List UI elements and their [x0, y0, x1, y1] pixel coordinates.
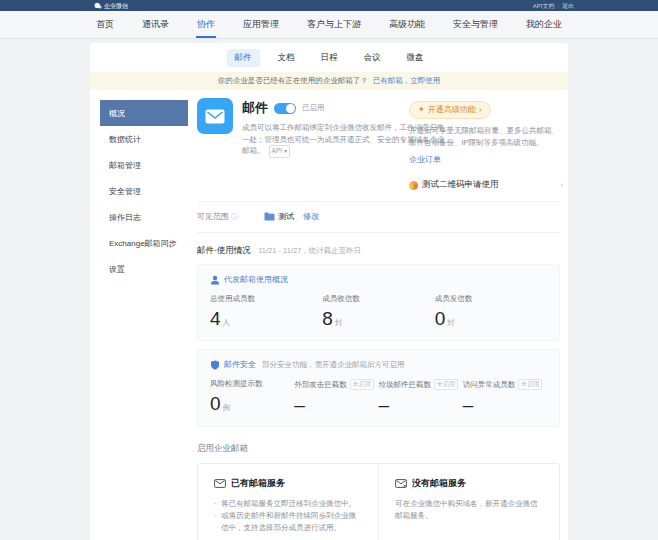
- topbar-links: API文档 退出: [533, 3, 574, 9]
- stat-label: 外部攻击拦截数未启用: [294, 379, 378, 390]
- tab-mail[interactable]: 邮件: [227, 49, 260, 67]
- no-mailbox-description: 可在企业微信中购买域名，新开通企业微信邮箱服务。: [395, 498, 543, 522]
- nav-item-my-company[interactable]: 我的企业: [525, 11, 563, 38]
- premium-description: 开通后可享受无限邮箱容量、更多公共邮箱、邮件自动备份、IP限制等多项高级功能。: [409, 125, 563, 148]
- stat-mails-received: 成员收信数 8封: [322, 294, 434, 330]
- stat-value: –: [463, 394, 547, 416]
- sidebar-item-security-mgmt[interactable]: 安全管理: [100, 178, 188, 204]
- tab-meeting[interactable]: 会议: [356, 49, 389, 67]
- stat-label: 风险检测提示数: [210, 379, 294, 389]
- enterprise-order-link[interactable]: 企业订单: [409, 154, 441, 165]
- stat-value: 0例: [210, 393, 294, 415]
- tab-drive[interactable]: 微盘: [399, 49, 432, 67]
- stat-risk-alerts: 风险检测提示数 0例: [210, 379, 294, 416]
- not-enabled-badge: 未启用: [518, 379, 542, 390]
- sidebar-item-operation-log[interactable]: 操作日志: [100, 204, 188, 230]
- no-mailbox-title: 没有邮箱服务: [412, 477, 466, 490]
- visible-range-value: 测试: [264, 211, 294, 222]
- stat-unit: 封: [447, 318, 455, 327]
- stat-spam-blocked: 垃圾邮件拦截数未启用 –: [379, 379, 463, 416]
- nav-item-collaboration[interactable]: 协作: [196, 11, 216, 38]
- mail-overview-panel: 邮件 已启用 成员可以将工作邮箱绑定到企业微信收发邮件，工作消息归集一处；管理员…: [188, 98, 560, 540]
- stat-label: 垃圾邮件拦截数未启用: [379, 379, 463, 390]
- visible-range-row: 可见范围 ⓘ 测试 修改: [197, 211, 560, 222]
- stat-value: 8封: [322, 308, 434, 330]
- mail-enabled-toggle[interactable]: [274, 103, 296, 114]
- banner-use-existing-link[interactable]: 已有邮箱，立即使用: [373, 76, 441, 85]
- content-card: 邮件 文档 日程 会议 微盘 你的企业是否已经有正在使用的企业邮箱了？ 已有邮箱…: [90, 43, 568, 540]
- tab-calendar[interactable]: 日程: [313, 49, 346, 67]
- usage-section-header: 邮件·使用情况 11/21 - 11/27，统计截止至昨日: [197, 245, 560, 257]
- stat-unit: 封: [335, 318, 343, 327]
- no-mailbox-option: 没有邮箱服务 可在企业微信中购买域名，新开通企业微信邮箱服务。 新开通邮箱服务: [378, 464, 559, 540]
- person-icon: [210, 275, 220, 285]
- sidebar-item-statistics[interactable]: 数据统计: [100, 126, 188, 152]
- existing-mailbox-bullets: 将已有邮箱服务立即迁移到企业微信中。 或将历史邮件和新邮件持续同步到企业微信中，…: [214, 498, 362, 534]
- envelope-off-icon: [395, 479, 407, 488]
- edit-range-link[interactable]: 修改: [303, 211, 319, 222]
- stat-label: 访问异常成员数未启用: [463, 379, 547, 390]
- existing-mailbox-actions: 迁移或同步已有邮箱: [214, 534, 362, 540]
- bullet-item: 将已有邮箱服务立即迁移到企业微信中。: [214, 498, 362, 510]
- usage-card-header: 代发邮箱使用概况: [210, 274, 547, 285]
- stat-unit: 例: [223, 403, 231, 412]
- mail-status-label: 已启用: [302, 103, 325, 113]
- topbar: 企业微信 API文档 退出: [0, 0, 658, 11]
- mail-sidebar: 概况 数据统计 邮箱管理 安全管理 操作日志 Exchange邮箱同步 设置: [90, 98, 188, 540]
- sidebar-item-settings[interactable]: 设置: [100, 256, 188, 282]
- existing-mailbox-title: 已有邮箱服务: [231, 477, 285, 490]
- envelope-icon: [214, 479, 226, 488]
- topbar-link-logout[interactable]: 退出: [557, 3, 574, 9]
- bullet-item: 或将历史邮件和新邮件持续同步到企业微信中，支持选择部分成员进行试用。: [214, 510, 362, 534]
- tab-docs[interactable]: 文档: [270, 49, 303, 67]
- mail-header-left: 邮件 已启用 成员可以将工作邮箱绑定到企业微信收发邮件，工作消息归集一处；管理员…: [197, 98, 409, 191]
- card-body: 概况 数据统计 邮箱管理 安全管理 操作日志 Exchange邮箱同步 设置: [90, 90, 568, 540]
- mail-header-right: ✦ 开通高级功能 › 开通后可享受无限邮箱容量、更多公共邮箱、邮件自动备份、IP…: [409, 98, 563, 191]
- nav-item-contacts[interactable]: 通讯录: [141, 11, 170, 38]
- api-dropdown-badge[interactable]: API ▾: [269, 145, 290, 157]
- topbar-link-api-docs[interactable]: API文档: [533, 3, 555, 9]
- stat-value: –: [294, 394, 378, 416]
- enable-section-title: 启用企业邮箱: [197, 443, 560, 455]
- delegated-mailbox-usage-card: 代发邮箱使用概况 总使用成员数 4人 成员收信数 8封: [197, 264, 560, 341]
- nav-item-advanced[interactable]: 高级功能: [388, 11, 426, 38]
- upgrade-premium-label: 开通高级功能: [428, 104, 476, 115]
- shield-icon: [210, 360, 220, 370]
- existing-mailbox-header: 已有邮箱服务: [214, 477, 362, 490]
- page-body: 邮件 文档 日程 会议 微盘 你的企业是否已经有正在使用的企业邮箱了？ 已有邮箱…: [0, 39, 658, 540]
- stat-attacks-blocked: 外部攻击拦截数未启用 –: [294, 379, 378, 416]
- wechat-work-admin-screen: 企业微信 API文档 退出 首页 通讯录 协作 应用管理 客户与上下游 高级功能…: [0, 0, 658, 540]
- info-icon[interactable]: ⓘ: [231, 212, 238, 222]
- stat-value: –: [379, 394, 463, 416]
- upgrade-premium-button[interactable]: ✦ 开通高级功能 ›: [409, 101, 491, 119]
- stat-label: 成员发信数: [435, 294, 547, 304]
- usage-title: 邮件·使用情况: [197, 245, 251, 255]
- collab-tabs: 邮件 文档 日程 会议 微盘: [90, 43, 568, 72]
- sidebar-item-overview[interactable]: 概况: [100, 100, 188, 126]
- sidebar-item-mailbox-mgmt[interactable]: 邮箱管理: [100, 152, 188, 178]
- page-title: 邮件: [242, 99, 268, 117]
- mail-header: 邮件 已启用 成员可以将工作邮箱绑定到企业微信收发邮件，工作消息归集一处；管理员…: [197, 98, 560, 191]
- nav-item-apps[interactable]: 应用管理: [242, 11, 280, 38]
- usage-stats: 总使用成员数 4人 成员收信数 8封 成员发信数 0封: [210, 294, 547, 330]
- trial-badge-icon: [409, 181, 418, 190]
- mail-security-card: 邮件安全 部分安全功能，需开通企业邮箱后方可启用 风险检测提示数 0例 外部攻击…: [197, 349, 560, 427]
- not-enabled-badge: 未启用: [434, 379, 458, 390]
- stat-abnormal-members: 访问异常成员数未启用 –: [463, 379, 547, 416]
- no-mailbox-header: 没有邮箱服务: [395, 477, 543, 490]
- sparkle-icon: ✦: [418, 105, 425, 114]
- primary-nav: 首页 通讯录 协作 应用管理 客户与上下游 高级功能 安全与管理 我的企业: [0, 11, 658, 39]
- nav-item-security-mgmt[interactable]: 安全与管理: [452, 11, 499, 38]
- api-badge-label: API: [272, 147, 282, 154]
- usage-card-title: 代发邮箱使用概况: [224, 274, 288, 285]
- existing-mailbox-banner: 你的企业是否已经有正在使用的企业邮箱了？ 已有邮箱，立即使用: [90, 72, 568, 90]
- nav-item-customers[interactable]: 客户与上下游: [306, 11, 362, 38]
- stat-label: 总使用成员数: [210, 294, 322, 304]
- security-card-header: 邮件安全 部分安全功能，需开通企业邮箱后方可启用: [210, 359, 547, 370]
- no-mailbox-actions: 新开通邮箱服务: [395, 533, 543, 540]
- sidebar-item-exchange-sync[interactable]: Exchange邮箱同步: [100, 230, 188, 256]
- app-logo[interactable]: 企业微信: [94, 2, 128, 10]
- nav-item-home[interactable]: 首页: [95, 11, 115, 38]
- security-card-title: 邮件安全: [224, 359, 256, 370]
- trial-qr-apply-link[interactable]: 测试二维码申请使用 ›: [409, 179, 563, 191]
